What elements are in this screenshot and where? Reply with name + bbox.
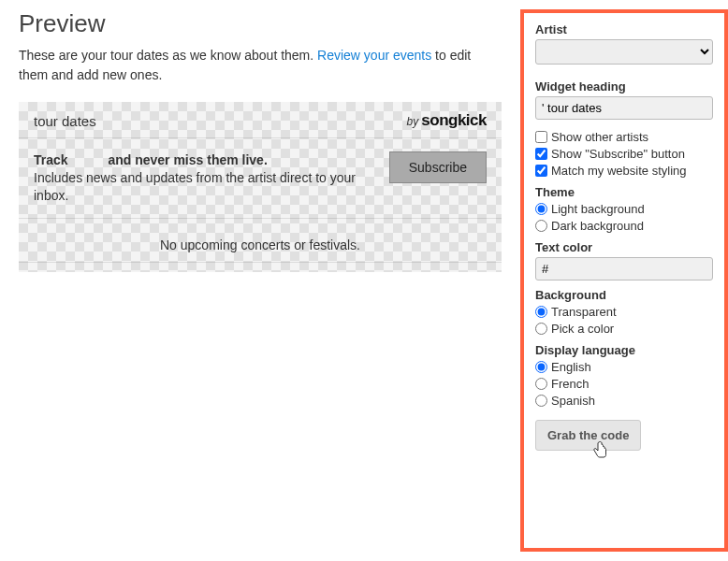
language-label: Display language [535, 343, 713, 357]
track-text: Track and never miss them live. Includes… [34, 151, 376, 205]
track-desc: Track and never miss them live. Includes… [34, 151, 376, 205]
grab-code-label: Grab the code [547, 428, 629, 442]
theme-light-label: Light background [551, 202, 645, 216]
artist-label: Artist [535, 22, 713, 36]
no-upcoming-text: No upcoming concerts or festivals. [19, 219, 502, 263]
artist-select[interactable] [535, 39, 713, 65]
preview-heading: Preview [19, 9, 502, 38]
songkick-attribution: by songkick [407, 111, 487, 130]
settings-panel: Artist Widget heading Show other artists… [520, 9, 728, 552]
lang-es-label: Spanish [551, 394, 595, 408]
theme-dark-label: Dark background [551, 219, 644, 233]
page-container: Preview These are your tour dates as we … [0, 0, 728, 561]
review-events-link[interactable]: Review your events [317, 48, 431, 63]
theme-light-radio[interactable] [535, 203, 547, 215]
bg-pick-label: Pick a color [551, 322, 614, 336]
match-styling-checkbox[interactable] [535, 165, 547, 177]
track-block: Track and never miss them live. Includes… [19, 138, 502, 219]
widget-heading-input[interactable] [535, 96, 713, 120]
background-label: Background [535, 288, 713, 302]
preview-panel: Preview These are your tour dates as we … [19, 9, 520, 552]
lang-en-label: English [551, 360, 591, 374]
preview-desc-before: These are your tour dates as we know abo… [19, 48, 317, 63]
show-other-artists-checkbox[interactable] [535, 131, 547, 143]
track-inbox-desc: Includes news and updates from the artis… [34, 170, 356, 203]
lang-fr-radio[interactable] [535, 378, 547, 390]
theme-dark-radio[interactable] [535, 220, 547, 232]
lang-es-radio[interactable] [535, 395, 547, 407]
cursor-hand-icon [592, 441, 609, 465]
text-color-input[interactable] [535, 257, 713, 280]
track-bold-suffix: and never miss them live. [108, 152, 267, 167]
show-subscribe-checkbox[interactable] [535, 148, 547, 160]
track-bold-prefix: Track [34, 152, 68, 167]
theme-label: Theme [535, 185, 713, 199]
widget-title: tour dates [34, 113, 96, 129]
songkick-logo: songkick [421, 111, 487, 130]
widget-header: tour dates by songkick [19, 102, 502, 138]
bg-transparent-label: Transparent [551, 305, 617, 319]
by-text: by [407, 115, 419, 128]
match-styling-label: Match my website styling [551, 164, 687, 178]
widget-footer [19, 263, 502, 272]
bg-transparent-radio[interactable] [535, 306, 547, 318]
preview-description: These are your tour dates as we know abo… [19, 46, 502, 85]
subscribe-button[interactable]: Subscribe [389, 151, 487, 183]
show-other-artists-label: Show other artists [551, 130, 648, 144]
grab-code-button[interactable]: Grab the code [535, 420, 641, 451]
lang-fr-label: French [551, 377, 589, 391]
show-subscribe-label: Show "Subscribe" button [551, 147, 685, 161]
lang-en-radio[interactable] [535, 361, 547, 373]
bg-pick-radio[interactable] [535, 323, 547, 335]
text-color-label: Text color [535, 240, 713, 254]
widget-preview: tour dates by songkick Track and never m… [19, 102, 502, 272]
widget-heading-label: Widget heading [535, 79, 713, 94]
